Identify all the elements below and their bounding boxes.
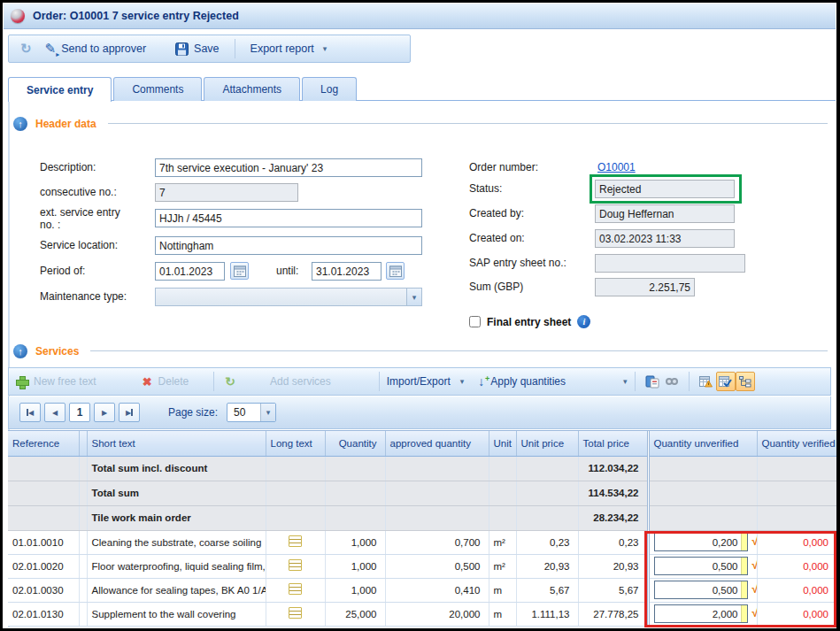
import-export-button[interactable]: Import/Export ▾: [387, 375, 465, 388]
final-entry-sheet-label: Final entry sheet: [487, 316, 571, 328]
service-location-input[interactable]: [155, 236, 422, 255]
current-page-field[interactable]: 1: [69, 403, 90, 422]
delete-x-icon: ✖: [143, 375, 152, 389]
period-from-calendar-button[interactable]: [230, 262, 249, 280]
grid-check-icon: [719, 376, 732, 388]
tab-strip: Service entry Comments Attachments Log: [8, 77, 357, 102]
col-reference[interactable]: Reference: [8, 431, 79, 456]
consecutive-no-label: consecutive no.:: [40, 186, 117, 198]
maintenance-type-combobox[interactable]: ▾: [155, 288, 422, 306]
main-toolbar: ↻ ✎▸ Send to approver Save Export report…: [8, 35, 411, 63]
toolbar-separator: [213, 372, 214, 391]
cell-approved-quantity: 0,500: [385, 554, 489, 578]
period-until-calendar-button[interactable]: [386, 262, 405, 280]
long-text-note-icon[interactable]: [289, 607, 302, 619]
cell-total-price: 20,93: [578, 554, 648, 578]
collapse-header-data-icon[interactable]: ↑: [13, 117, 27, 131]
long-text-note-icon[interactable]: [289, 559, 302, 571]
period-from-input[interactable]: [155, 262, 225, 281]
cell-unit-price: 1.111,13: [516, 602, 578, 626]
col-quantity-unverified[interactable]: Quantity unverified: [648, 431, 757, 456]
status-annotation-green-box: [590, 174, 742, 204]
cell-unit: m: [489, 578, 516, 602]
new-free-text-button[interactable]: New free text: [16, 375, 96, 388]
first-page-button[interactable]: ◀: [19, 403, 41, 422]
export-report-button[interactable]: Export report ▾: [247, 41, 331, 57]
tree-view-toggle[interactable]: [736, 372, 755, 391]
chevron-down-icon: ▾: [460, 377, 465, 386]
order-window: Order: O10001 7 service entry Rejected ↻…: [3, 3, 836, 628]
col-long-text[interactable]: Long text: [266, 431, 325, 456]
status-label: Status:: [469, 182, 502, 195]
tab-service-entry-label: Service entry: [27, 84, 93, 96]
period-until-input[interactable]: [312, 262, 381, 281]
tab-service-entry[interactable]: Service entry: [8, 77, 112, 102]
save-label: Save: [194, 42, 220, 55]
services-title: Services: [35, 345, 79, 358]
last-page-button[interactable]: ▶: [119, 403, 140, 422]
cell-reference: 02.01.0020: [8, 554, 79, 578]
tab-comments[interactable]: Comments: [113, 77, 202, 101]
send-to-approver-button[interactable]: ✎▸ Send to approver: [42, 39, 150, 58]
send-to-approver-label: Send to approver: [61, 42, 146, 55]
apply-quantities-button[interactable]: ↓+ Apply quantities ▾: [478, 375, 627, 388]
prev-page-button[interactable]: ◀: [44, 403, 66, 422]
cell-short-text: Allowance for sealing tapes, BK A0 1/A0: [87, 578, 266, 602]
description-input[interactable]: [155, 158, 422, 177]
cell-reference: 02.01.0130: [8, 602, 79, 626]
cell-short-text: Supplement to the wall covering: [87, 602, 266, 626]
table-header-row: Reference Short text Long text Quantity …: [8, 431, 836, 456]
created-by-label: Created by:: [469, 207, 524, 219]
summary-total-price: 114.534,22: [578, 481, 648, 505]
services-section-header: ↑ Services: [13, 343, 828, 358]
delete-button[interactable]: ✖ Delete: [143, 375, 189, 389]
cell-total-price: 5,67: [578, 578, 648, 602]
ext-service-entry-label: ext. service entry no. :: [40, 206, 120, 231]
info-icon[interactable]: i: [577, 315, 590, 328]
show-warnings-toggle[interactable]: [697, 372, 716, 391]
chevron-down-icon[interactable]: ▾: [623, 377, 628, 386]
period-of-label: Period of:: [40, 265, 85, 277]
tab-log[interactable]: Log: [302, 77, 357, 101]
cell-reference: 02.01.0030: [8, 578, 79, 602]
order-number-link[interactable]: O10001: [597, 161, 636, 173]
app-icon: [11, 9, 25, 23]
tab-log-label: Log: [320, 83, 338, 96]
cell-approved-quantity: 0,410: [385, 578, 489, 602]
clipboard-icon: [645, 375, 659, 389]
cell-short-text: Cleaning the substrate, coarse soiling: [87, 530, 266, 554]
save-button[interactable]: Save: [172, 41, 223, 58]
col-approved-quantity[interactable]: approved quantity: [385, 431, 489, 456]
chevron-down-icon: ▾: [260, 404, 275, 421]
summary-row: Total sum 114.534,22: [8, 481, 836, 505]
sum-gbp-label: Sum (GBP): [469, 281, 523, 293]
summary-total-price: 28.234,22: [578, 505, 648, 530]
add-services-button[interactable]: ↻ Add services: [225, 374, 330, 389]
cell-unit-price: 20,93: [516, 554, 578, 578]
window-title: Order: O10001 7 service entry Rejected: [33, 10, 239, 22]
chevron-down-icon[interactable]: ▾: [406, 289, 421, 305]
maintenance-type-label: Maintenance type:: [40, 290, 127, 303]
tree-icon: [739, 376, 751, 388]
refresh-icon: ↻: [20, 41, 32, 57]
final-entry-sheet-checkbox[interactable]: [469, 316, 481, 327]
col-quantity-verified[interactable]: Quantity verified: [757, 431, 836, 456]
refresh-button[interactable]: ↻: [17, 39, 35, 58]
col-short-text[interactable]: Short text: [87, 431, 266, 456]
long-text-note-icon[interactable]: [289, 583, 302, 595]
collapse-services-icon[interactable]: ↑: [13, 344, 27, 358]
col-unit-price[interactable]: Unit price: [516, 431, 578, 456]
show-verified-toggle[interactable]: [716, 372, 736, 391]
page-size-combobox[interactable]: 50 ▾: [227, 403, 276, 422]
next-page-button[interactable]: ▶: [94, 403, 115, 422]
copy-services-button[interactable]: [643, 372, 662, 391]
search-services-button[interactable]: [662, 372, 682, 391]
save-icon: [175, 42, 189, 56]
long-text-note-icon[interactable]: [289, 535, 302, 547]
tab-attachments[interactable]: Attachments: [204, 77, 300, 101]
ext-service-entry-input[interactable]: [155, 209, 422, 227]
col-quantity[interactable]: Quantity: [325, 431, 385, 456]
col-unit[interactable]: Unit: [489, 431, 516, 456]
col-total-price[interactable]: Total price: [578, 431, 648, 456]
toolbar-separator: [379, 372, 380, 391]
